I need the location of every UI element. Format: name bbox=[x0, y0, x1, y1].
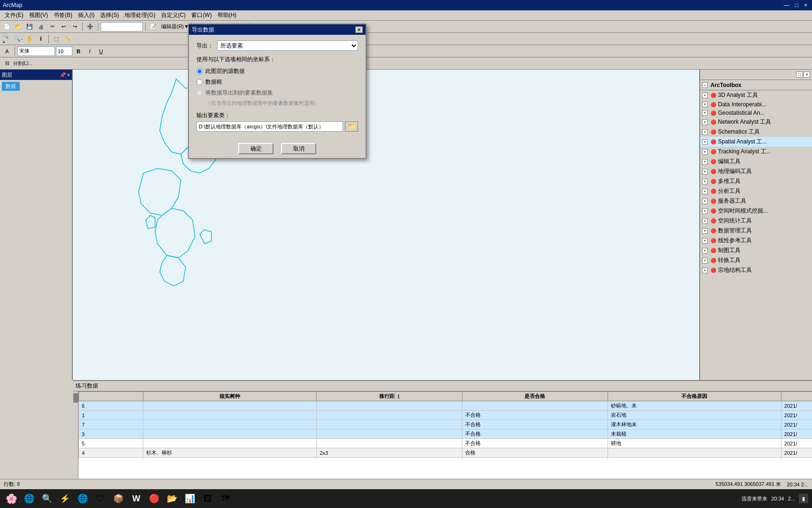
toolbox-item-linearref[interactable]: + 🔴 线性参考工具 bbox=[700, 236, 812, 246]
folder-browse-btn[interactable]: 📁 bbox=[345, 121, 358, 132]
taskbar-hint: 迅雷来带来 bbox=[742, 495, 767, 502]
menu-file[interactable]: 文件(E) bbox=[2, 10, 26, 20]
taskbar-show-desktop[interactable]: ▮ bbox=[799, 494, 808, 503]
radio-featuredataset[interactable] bbox=[196, 90, 203, 96]
taskbar-item-shield[interactable]: 🛡 bbox=[93, 491, 108, 506]
table-row[interactable]: 5 不合格 耕地 2021/ bbox=[79, 439, 812, 448]
measure-btn[interactable]: 📏 bbox=[62, 34, 73, 44]
menu-bookmark[interactable]: 书签(B) bbox=[51, 10, 75, 20]
toolbox-item-carto[interactable]: + 🔴 制图工具 bbox=[700, 246, 812, 255]
output-path-input[interactable] bbox=[196, 121, 343, 132]
menu-select[interactable]: 选择(S) bbox=[97, 10, 122, 20]
toolbox-item-geostat[interactable]: + 🔴 Geostatistical An... bbox=[700, 109, 812, 117]
close-btn[interactable]: × bbox=[802, 2, 809, 8]
taskbar-item-browser[interactable]: 🌐 bbox=[22, 491, 37, 506]
font-family-input[interactable] bbox=[17, 47, 55, 56]
toolbox-float-btn[interactable]: □ bbox=[796, 71, 803, 78]
editor-btn[interactable]: 📝 bbox=[148, 22, 158, 32]
menu-help[interactable]: 帮助(H) bbox=[215, 10, 240, 20]
underline-btn[interactable]: U bbox=[96, 46, 106, 56]
taskbar-item-ps[interactable]: 🖼 bbox=[200, 491, 215, 506]
table-row[interactable]: 4 杉木、柳杉 2x3 合格 2021/ bbox=[79, 448, 812, 458]
table-vscroll[interactable] bbox=[73, 391, 78, 484]
toolbox-item-geocode[interactable]: + 🔴 地理编码工具 bbox=[700, 167, 812, 176]
toolbox-close-btn[interactable]: × bbox=[804, 71, 810, 78]
identify-btn[interactable]: ℹ bbox=[36, 34, 46, 44]
toolbox-item-3danalyst[interactable]: + 🔴 3D Analyst 工具 bbox=[700, 90, 812, 100]
toolbox-item-interop[interactable]: + 🔴 Data Interoperabi... bbox=[700, 100, 812, 109]
maximize-btn[interactable]: □ bbox=[793, 2, 800, 8]
minimize-btn[interactable]: — bbox=[782, 2, 791, 8]
toolbox-item-spatialstat[interactable]: + 🔴 空间统计工具 bbox=[700, 216, 812, 226]
menu-window[interactable]: 窗口(W) bbox=[188, 10, 214, 20]
cell-reason: 耕地 bbox=[608, 439, 781, 448]
menu-geoprocess[interactable]: 地理处理(G) bbox=[122, 10, 158, 20]
export-label: 导出： bbox=[196, 42, 213, 50]
table-wrapper[interactable]: 核实树种 株行距（ 是否合格 不合格原因 调查 6 砂砾地、未 2021/ 1 … bbox=[78, 391, 812, 459]
select-btn[interactable]: ⬚ bbox=[51, 34, 62, 44]
undo-btn[interactable]: ↩ bbox=[58, 22, 69, 32]
toolbox-item-analysis[interactable]: + 🔴 分析工具 bbox=[700, 186, 812, 196]
radio-layer[interactable] bbox=[196, 68, 203, 74]
dialog-close-btn[interactable]: × bbox=[355, 26, 363, 33]
open-btn[interactable]: 📂 bbox=[13, 22, 23, 32]
scale-input[interactable]: 1：9,676 bbox=[101, 22, 143, 32]
pan-btn[interactable]: ✋ bbox=[24, 34, 35, 44]
toolbox-item-spatial[interactable]: + 🔴 Spatial Analyst 工... bbox=[700, 137, 812, 147]
save-btn[interactable]: 💾 bbox=[24, 22, 35, 32]
scroll-thumb[interactable] bbox=[73, 393, 78, 403]
cut-btn[interactable]: ✂ bbox=[47, 22, 57, 32]
toolbox-item-server[interactable]: + 🔴 服务器工具 bbox=[700, 196, 812, 206]
ok-btn[interactable]: 确定 bbox=[238, 143, 273, 154]
new-btn[interactable]: 📄 bbox=[2, 22, 12, 32]
menu-insert[interactable]: 插入(I) bbox=[75, 10, 97, 20]
table-scroll-container[interactable]: 核实树种 株行距（ 是否合格 不合格原因 调查 6 砂砾地、未 2021/ 1 … bbox=[73, 391, 812, 484]
taskbar-item-lasso[interactable]: 📊 bbox=[182, 491, 197, 506]
taskbar-item-red[interactable]: 🔴 bbox=[147, 491, 162, 506]
toolbox-item-network[interactable]: + 🔴 Network Analyst 工具 bbox=[700, 117, 812, 127]
taskbar-item-browser2[interactable]: 🌐 bbox=[75, 491, 90, 506]
toolbox-item-schematics[interactable]: + 🔴 Schematics 工具 bbox=[700, 127, 812, 137]
toolbox-item-tracking[interactable]: + 🔴 Tracking Analyst 工... bbox=[700, 147, 812, 157]
taskbar-item-model[interactable]: 📦 bbox=[111, 491, 126, 506]
toolbox-expand-all[interactable]: - bbox=[702, 82, 708, 88]
export-select[interactable]: 所选要素 所有要素 此范围内的要素 bbox=[217, 40, 358, 51]
add-data-btn[interactable]: ➕ bbox=[85, 22, 95, 32]
taskbar-item-blender[interactable]: ⚡ bbox=[57, 491, 72, 506]
table-row[interactable]: 3 不合格 未栽植 2021/ bbox=[79, 429, 812, 439]
toolbox-icon-network: 🔴 bbox=[710, 119, 716, 125]
taskbar-item-search[interactable]: 🔍 bbox=[39, 491, 55, 506]
map-area[interactable] bbox=[73, 70, 699, 380]
toolbox-item-parcel[interactable]: + 🔴 宗地结构工具 bbox=[700, 265, 812, 275]
toolbox-item-spatiotime[interactable]: + 🔴 空间时间模式挖掘... bbox=[700, 206, 812, 216]
taskbar-item-word[interactable]: W bbox=[129, 491, 144, 506]
redo-btn[interactable]: ↪ bbox=[70, 22, 80, 32]
left-panel-close[interactable]: × bbox=[67, 72, 70, 78]
toolbox-item-edit[interactable]: + 🔴 编辑工具 bbox=[700, 157, 812, 167]
cancel-btn[interactable]: 取消 bbox=[281, 143, 316, 154]
split-btn[interactable]: ⊟ bbox=[2, 58, 12, 69]
radio-dataframe[interactable] bbox=[196, 79, 203, 85]
bold-btn[interactable]: B bbox=[73, 46, 84, 56]
menu-view[interactable]: 视图(V) bbox=[26, 10, 51, 20]
taskbar-item-map[interactable]: 🗺 bbox=[218, 491, 233, 506]
taskbar-item-files[interactable]: 📂 bbox=[164, 491, 180, 506]
taskbar-item-start[interactable]: 🌸 bbox=[4, 491, 19, 506]
toolbox-item-datamgmt[interactable]: + 🔴 数据管理工具 bbox=[700, 226, 812, 236]
table-row[interactable]: 1 不合格 岩石地 2021/ bbox=[79, 411, 812, 420]
zoom-in-btn[interactable]: 🔍+ bbox=[2, 34, 12, 44]
text-btn[interactable]: A bbox=[2, 46, 12, 56]
radio-label-layer: 此图层的源数据 bbox=[205, 67, 245, 75]
menu-custom[interactable]: 自定义(C) bbox=[158, 10, 189, 20]
split-label[interactable]: 分割(L)... bbox=[13, 60, 32, 67]
table-row[interactable]: 7 不合格 灌木林地未 2021/ bbox=[79, 420, 812, 429]
zoom-out-btn[interactable]: 🔍- bbox=[13, 34, 23, 44]
font-size-input[interactable] bbox=[56, 47, 72, 56]
table-row[interactable]: 10 杉木、柳杉 2x3 不合格 2021/ bbox=[79, 458, 812, 460]
print-btn[interactable]: 🖨 bbox=[36, 22, 46, 32]
toolbox-item-multidim[interactable]: + 🔴 多维工具 bbox=[700, 176, 812, 186]
pin-icon[interactable]: 📌 bbox=[60, 72, 66, 78]
italic-btn[interactable]: I bbox=[85, 46, 95, 56]
toolbox-item-convert[interactable]: + 🔴 转换工具 bbox=[700, 255, 812, 265]
table-row[interactable]: 6 砂砾地、未 2021/ bbox=[79, 401, 812, 411]
